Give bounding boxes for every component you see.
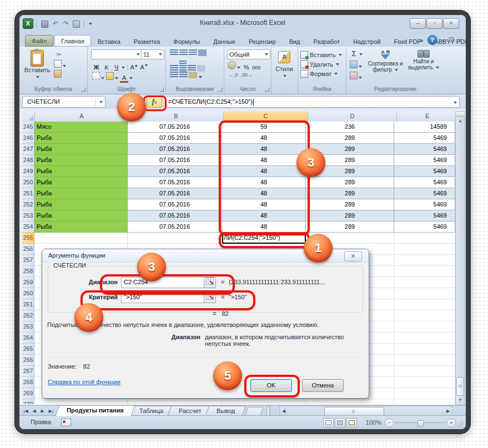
collapse-ribbon-icon[interactable]: [419, 39, 424, 42]
align-bottom-icon[interactable]: [189, 49, 197, 56]
row-header-255[interactable]: 255: [22, 233, 34, 244]
copy-button[interactable]: [54, 60, 66, 69]
help-icon[interactable]: ?: [427, 35, 437, 45]
cell-D250[interactable]: 289: [306, 177, 394, 188]
cell-A249[interactable]: Рыба: [34, 166, 128, 177]
percent-format-icon[interactable]: %: [242, 63, 250, 72]
cell-B252[interactable]: 07.05.2016: [128, 199, 222, 210]
cell-C252[interactable]: 48: [222, 199, 306, 210]
sheet-tab-продукты-питания[interactable]: Продукты питания: [56, 405, 135, 416]
workbook-close-icon[interactable]: ×: [458, 36, 461, 44]
underline-menu-icon[interactable]: [122, 67, 125, 69]
tab-splitter[interactable]: [266, 406, 270, 416]
cell-B248[interactable]: 07.05.2016: [128, 155, 222, 166]
function-help-link[interactable]: Справка по этой функции: [48, 379, 120, 385]
row-header-258[interactable]: 258: [22, 266, 34, 277]
range-picker-icon[interactable]: [204, 277, 216, 288]
font-name-select[interactable]: [91, 49, 142, 59]
row-header-267[interactable]: 267: [22, 366, 34, 377]
cell-C270[interactable]: [222, 399, 306, 404]
cell-D248[interactable]: 289: [306, 155, 394, 166]
row-header-250[interactable]: 250: [22, 177, 34, 188]
prev-sheet-icon[interactable]: ◀: [31, 409, 38, 414]
cell-B249[interactable]: 07.05.2016: [128, 166, 222, 177]
split-handle[interactable]: [456, 112, 465, 117]
increase-indent-icon[interactable]: [179, 72, 188, 78]
cell-B245[interactable]: 07.05.2016: [128, 122, 222, 133]
cell-E251[interactable]: 5469: [394, 188, 455, 199]
cell-E246[interactable]: 5469: [394, 133, 455, 144]
fill-button[interactable]: [350, 61, 362, 69]
cell-E265[interactable]: [394, 344, 455, 355]
zoom-level[interactable]: 100%: [366, 419, 381, 426]
vertical-scroll-thumb[interactable]: [456, 377, 464, 396]
cell-B253[interactable]: 07.05.2016: [128, 210, 222, 222]
cell-C246[interactable]: 48: [222, 133, 306, 144]
fill-color-icon[interactable]: [106, 72, 114, 80]
ribbon-tab-разработ[interactable]: Разработ: [307, 36, 346, 47]
underline-button[interactable]: Ч: [112, 63, 120, 72]
cell-A254[interactable]: Рыба: [34, 222, 128, 233]
resize-grip[interactable]: [456, 421, 463, 427]
workbook-restore-icon[interactable]: ❐: [449, 36, 454, 44]
format-painter-button[interactable]: [54, 70, 62, 79]
cell-A250[interactable]: Рыба: [34, 177, 128, 188]
insert-worksheet-tab[interactable]: [245, 407, 264, 416]
select-all-corner[interactable]: [22, 111, 35, 122]
cell-E250[interactable]: 5469: [394, 177, 455, 188]
row-header-253[interactable]: 253: [22, 210, 34, 222]
cell-C248[interactable]: 48: [222, 155, 306, 166]
number-format-select[interactable]: Общий: [227, 49, 270, 59]
name-box-dropdown-icon[interactable]: [99, 101, 103, 103]
close-button[interactable]: ×: [443, 18, 459, 29]
cell-E255[interactable]: [394, 233, 455, 244]
zoom-in-icon[interactable]: +: [447, 419, 456, 427]
criteria-picker-icon[interactable]: [204, 292, 216, 303]
cell-A247[interactable]: Рыба: [34, 144, 128, 155]
cell-A253[interactable]: Рыба: [34, 210, 128, 222]
column-header-A[interactable]: A: [35, 111, 129, 122]
row-header-260[interactable]: 260: [22, 288, 34, 299]
cell-E252[interactable]: 5469: [394, 199, 455, 210]
workbook-minimize-icon[interactable]: –: [441, 36, 445, 44]
ribbon-tab-вид[interactable]: Вид: [283, 36, 307, 47]
format-cells-button[interactable]: Формат: [298, 69, 346, 78]
expand-formula-bar-icon[interactable]: [454, 102, 457, 104]
cell-E262[interactable]: [394, 310, 455, 321]
cancel-button[interactable]: Отмена: [302, 379, 344, 392]
cell-B246[interactable]: 07.05.2016: [128, 133, 222, 144]
row-header-254[interactable]: 254: [22, 222, 34, 233]
delete-cells-button[interactable]: Удалить: [298, 59, 346, 69]
autosum-button[interactable]: Σ: [350, 49, 363, 58]
scroll-down-icon[interactable]: ▼: [456, 396, 465, 404]
column-header-B[interactable]: B: [129, 111, 224, 122]
column-header-E[interactable]: E: [397, 111, 459, 122]
row-header-245[interactable]: 245: [22, 122, 34, 133]
font-size-select[interactable]: 11: [141, 49, 164, 59]
cell-E249[interactable]: 5469: [394, 166, 455, 177]
ribbon-tab-рецензир[interactable]: Рецензир: [242, 36, 283, 47]
ribbon-tab-разметка[interactable]: Разметка: [127, 36, 167, 47]
cell-C250[interactable]: 48: [222, 177, 306, 188]
cell-A251[interactable]: Рыба: [34, 188, 128, 199]
row-header-270[interactable]: 270: [22, 399, 34, 404]
cell-A270[interactable]: [34, 399, 128, 404]
cell-E270[interactable]: [394, 399, 455, 404]
cell-D252[interactable]: 289: [306, 199, 394, 210]
increase-decimal-icon[interactable]: ←,0: [229, 72, 238, 78]
font-color-icon[interactable]: А: [120, 74, 128, 83]
cell-E261[interactable]: [394, 299, 455, 310]
styles-button[interactable]: А Стили: [274, 51, 295, 79]
row-header-262[interactable]: 262: [22, 310, 34, 321]
paste-button[interactable]: Вставить: [24, 50, 51, 80]
minimize-button[interactable]: –: [410, 18, 426, 29]
row-header-264[interactable]: 264: [22, 333, 34, 344]
cell-E267[interactable]: [394, 366, 455, 377]
cancel-entry-icon[interactable]: [117, 97, 127, 107]
align-middle-icon[interactable]: [179, 49, 188, 56]
alignment-dialog-launcher-icon[interactable]: [218, 87, 222, 92]
cell-D249[interactable]: 289: [306, 166, 394, 177]
align-top-icon[interactable]: [170, 49, 178, 56]
macro-record-icon[interactable]: [61, 419, 71, 426]
cell-A252[interactable]: Рыба: [34, 199, 128, 210]
